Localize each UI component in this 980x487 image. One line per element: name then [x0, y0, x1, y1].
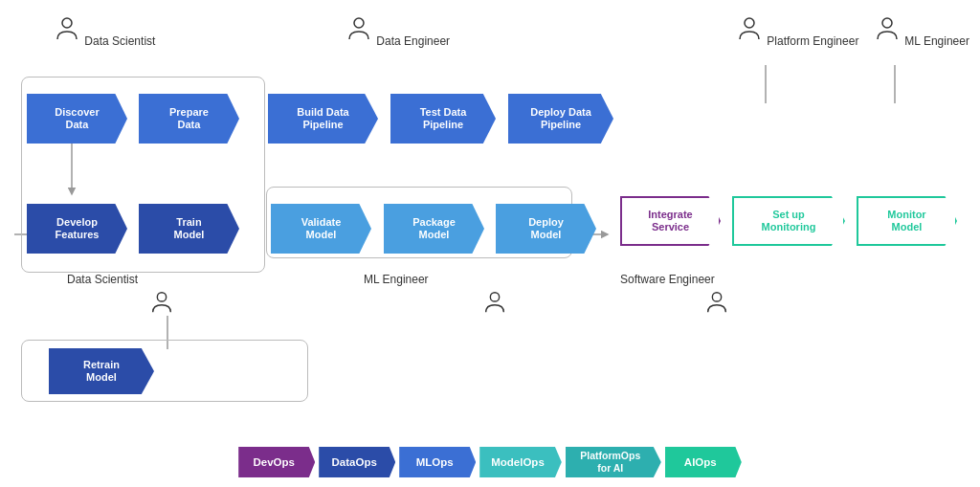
legend-bar: DevOps DataOps MLOps ModelOps PlatformOp…: [0, 439, 980, 487]
develop-features-shape: Develop Features: [27, 204, 127, 254]
discover-data-shape: Discover Data: [27, 94, 127, 144]
legend-dataops: DataOps: [319, 447, 395, 477]
main-container: Data Scientist Data Engineer Platform En…: [0, 0, 980, 487]
package-model-shape: Package Model: [384, 204, 484, 254]
role-ml-engineer-bottom: ML Engineer: [364, 273, 429, 286]
deploy-model-shape: Deploy Model: [496, 204, 596, 254]
test-pipeline-shape: Test Data Pipeline: [390, 94, 496, 144]
role-software-engineer: Software Engineer: [620, 273, 715, 286]
person-icon-mle-bottom: [481, 289, 508, 320]
set-up-monitoring-shape: Set up Monitoring: [732, 196, 845, 246]
person-icon-mle-top: [873, 14, 902, 43]
svg-point-12: [712, 293, 721, 301]
svg-point-10: [157, 293, 166, 301]
deploy-pipeline-shape: Deploy Data Pipeline: [508, 94, 613, 144]
svg-point-6: [62, 18, 72, 28]
svg-point-7: [354, 18, 364, 28]
role-data-scientist-bottom: Data Scientist: [67, 273, 138, 286]
legend-mlops: MLOps: [399, 447, 476, 477]
integrate-service-shape: Integrate Service: [620, 196, 721, 246]
person-icon-se: [703, 289, 730, 320]
build-pipeline-shape: Build Data Pipeline: [268, 94, 378, 144]
svg-point-8: [745, 18, 754, 28]
diagram-area: Data Scientist Data Engineer Platform En…: [0, 0, 980, 439]
person-icon-pe: [735, 14, 764, 43]
train-model-shape: Train Model: [139, 204, 239, 254]
svg-point-11: [490, 293, 499, 301]
role-platform-engineer: Platform Engineer: [735, 14, 858, 48]
diagram-bottom-border: Retrain Model: [21, 340, 308, 402]
person-icon-ds-bottom: [148, 289, 175, 320]
person-icon-ds-top: [53, 14, 81, 43]
role-ml-engineer-top: ML Engineer: [873, 14, 969, 48]
legend-aiops: AIOps: [665, 447, 742, 477]
retrain-model-shape: Retrain Model: [49, 348, 154, 394]
legend-devops: DevOps: [238, 447, 315, 477]
prepare-data-shape: Prepare Data: [139, 94, 239, 144]
monitor-model-shape: Monitor Model: [857, 196, 957, 246]
legend-modelops: ModelOps: [479, 447, 562, 477]
role-data-engineer: Data Engineer: [345, 14, 450, 48]
svg-point-9: [882, 18, 892, 28]
legend-platformops: PlatformOpsfor AI: [566, 447, 661, 477]
validate-model-shape: Validate Model: [271, 204, 371, 254]
person-icon-de: [345, 14, 373, 43]
role-data-scientist-top: Data Scientist: [53, 14, 155, 48]
